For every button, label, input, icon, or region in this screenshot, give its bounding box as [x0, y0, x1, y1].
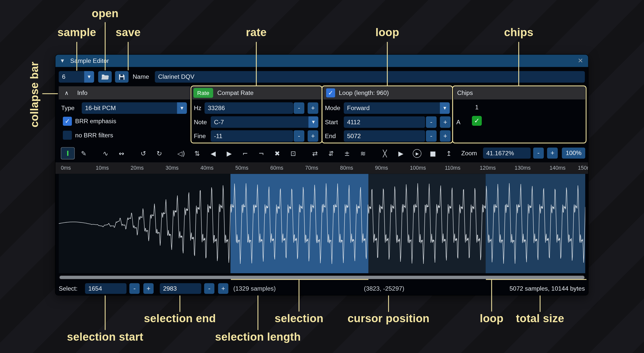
- selection-start-increase-button[interactable]: +: [143, 283, 154, 294]
- chip-a-checkbox[interactable]: ✓: [472, 116, 482, 126]
- no-brr-filters-checkbox[interactable]: [63, 131, 72, 140]
- redo-button[interactable]: ↻: [152, 147, 166, 160]
- hz-label: Hz: [194, 102, 201, 114]
- annotation-line-cursor-position: [388, 295, 389, 312]
- loop-region[interactable]: [486, 174, 585, 273]
- selection-length-text: (1329 samples): [233, 283, 276, 294]
- loop-start-increase-button[interactable]: +: [440, 116, 450, 128]
- selection-end-input[interactable]: 2983: [160, 283, 201, 294]
- name-input[interactable]: Clarinet DQV: [155, 71, 585, 83]
- preview-sample-button[interactable]: ▶: [394, 147, 408, 160]
- selection-region[interactable]: [230, 174, 368, 273]
- selection-start-decrease-button[interactable]: -: [129, 283, 140, 294]
- waveform-canvas[interactable]: [59, 174, 585, 273]
- fine-increase-button[interactable]: +: [308, 130, 318, 142]
- ruler-tick: 140ms: [550, 162, 566, 174]
- window-title: Sample Editor: [70, 55, 109, 67]
- fine-input[interactable]: -11: [211, 130, 293, 142]
- draw-mode-icon: ✎: [81, 149, 87, 157]
- loop-start-input[interactable]: 4112: [344, 116, 425, 128]
- fine-label: Fine: [194, 130, 206, 142]
- zoom-in-button[interactable]: +: [547, 147, 558, 159]
- selection-end-increase-button[interactable]: +: [218, 283, 228, 294]
- chevron-down-icon[interactable]: ▼: [84, 71, 94, 83]
- note-select[interactable]: C-7 ▼: [211, 116, 318, 128]
- sign-change-button[interactable]: ±: [340, 147, 354, 160]
- loop-end-decrease-button[interactable]: -: [426, 130, 437, 142]
- select-mode-button[interactable]: I: [61, 147, 75, 160]
- normalize-button[interactable]: ⇅: [190, 147, 204, 160]
- zoom-out-button[interactable]: -: [533, 147, 544, 159]
- loop-end-input[interactable]: 5072: [344, 130, 425, 142]
- trim-button[interactable]: ⊡: [286, 147, 300, 160]
- close-icon[interactable]: ✕: [578, 55, 583, 67]
- delete-selection-button[interactable]: ✖: [270, 147, 284, 160]
- annotation-rate: rate: [246, 26, 267, 39]
- zoom-reset-button[interactable]: 100%: [562, 147, 585, 159]
- draw-mode-button[interactable]: ✎: [77, 147, 91, 160]
- total-size-text: 5072 samples, 10144 bytes: [509, 283, 585, 294]
- waveform-scrollbar[interactable]: [59, 275, 585, 279]
- crossfade-loop-icon: ╳: [383, 149, 387, 157]
- info-header-label: Info: [77, 86, 88, 99]
- cursor-position-text: (3823, -25297): [364, 283, 404, 294]
- collapse-bar-icon[interactable]: ∧: [65, 86, 69, 99]
- fine-decrease-button[interactable]: -: [294, 130, 304, 142]
- filter-button[interactable]: ≋: [356, 147, 370, 160]
- annotation-total-size: total size: [516, 312, 564, 325]
- type-value: 16-bit PCM: [85, 102, 116, 114]
- invert-button[interactable]: ⇵: [324, 147, 338, 160]
- amplify-button[interactable]: ◁): [174, 147, 188, 160]
- loop-mode-select[interactable]: Forward ▼: [344, 102, 450, 114]
- waveform-view[interactable]: [59, 174, 585, 273]
- ruler[interactable]: 0ms10ms20ms30ms40ms50ms60ms70ms80ms90ms1…: [56, 162, 588, 174]
- insert-silence-button[interactable]: ⌐: [238, 147, 252, 160]
- pre-selection-region[interactable]: [59, 174, 230, 273]
- ruler-tick: 80ms: [340, 162, 353, 174]
- hz-input[interactable]: 33286: [205, 102, 293, 114]
- titlebar[interactable]: ▼ Sample Editor ✕: [56, 55, 588, 67]
- chevron-down-icon[interactable]: ▼: [177, 102, 187, 114]
- annotation-open: open: [92, 7, 119, 20]
- crossfade-loop-button[interactable]: ╳: [378, 147, 392, 160]
- post-selection-region[interactable]: [368, 174, 486, 273]
- save-button[interactable]: [115, 71, 129, 83]
- loop-header-label: Loop (length: 960): [339, 86, 389, 99]
- scrollbar-thumb[interactable]: [60, 276, 584, 279]
- apply-silence-button[interactable]: ¬: [254, 147, 268, 160]
- chevron-down-icon[interactable]: ▼: [440, 102, 450, 114]
- loop-start-decrease-button[interactable]: -: [426, 116, 437, 128]
- export-sample-button[interactable]: ↥: [442, 147, 456, 160]
- rate-badge[interactable]: Rate: [194, 88, 213, 98]
- window-collapse-icon[interactable]: ▼: [61, 55, 64, 67]
- play-sample-button[interactable]: ▶: [410, 147, 424, 160]
- type-select[interactable]: 16-bit PCM ▼: [82, 102, 187, 114]
- loop-end-increase-button[interactable]: +: [440, 130, 450, 142]
- annotation-selection: selection: [275, 312, 323, 325]
- loop-enable-checkbox[interactable]: ✓: [326, 88, 335, 97]
- reverse-button[interactable]: ⇄: [308, 147, 322, 160]
- sample-selector[interactable]: 6 ▼: [59, 71, 94, 83]
- selection-end-decrease-button[interactable]: -: [204, 283, 214, 294]
- fade-out-button[interactable]: ▶: [222, 147, 236, 160]
- chevron-down-icon[interactable]: ▼: [308, 116, 318, 128]
- resample-button[interactable]: ∿: [99, 147, 113, 160]
- time-stretch-button[interactable]: ↭: [115, 147, 128, 160]
- hz-decrease-button[interactable]: -: [294, 102, 304, 114]
- zoom-input[interactable]: 41.1672%: [483, 147, 531, 159]
- brr-emphasis-checkbox[interactable]: ✓: [63, 117, 72, 126]
- selection-start-input[interactable]: 1654: [85, 283, 126, 294]
- ruler-tick: 20ms: [131, 162, 144, 174]
- ruler-tick: 110ms: [445, 162, 461, 174]
- open-button[interactable]: [98, 71, 112, 83]
- undo-button[interactable]: ↺: [136, 147, 150, 160]
- resample-icon: ∿: [103, 149, 108, 157]
- name-label: Name: [133, 71, 149, 83]
- hz-increase-button[interactable]: +: [308, 102, 318, 114]
- stop-sample-button[interactable]: ■: [426, 147, 440, 160]
- select-mode-icon: I: [67, 149, 69, 157]
- ruler-tick: 70ms: [305, 162, 318, 174]
- fade-in-button[interactable]: ◀: [206, 147, 220, 160]
- apply-silence-icon: ¬: [258, 149, 264, 157]
- info-header: ∧ Info: [59, 86, 190, 99]
